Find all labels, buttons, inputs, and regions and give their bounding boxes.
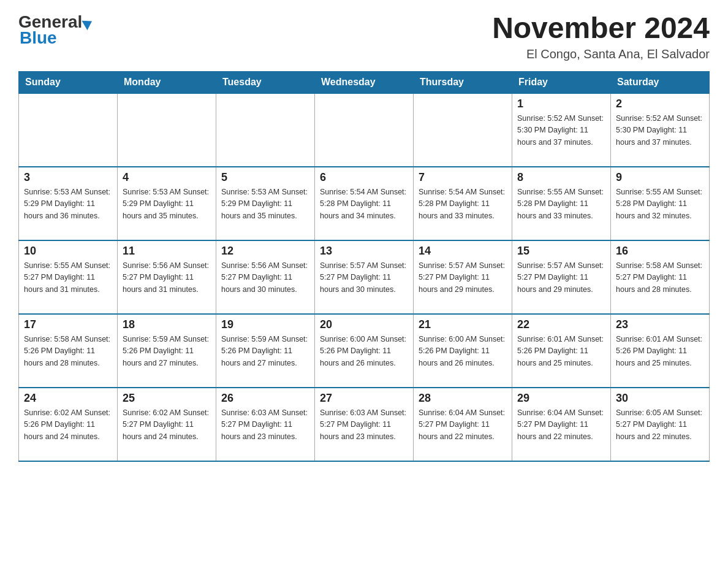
calendar-cell xyxy=(19,93,118,167)
day-number: 11 xyxy=(123,245,211,258)
calendar-cell: 1Sunrise: 5:52 AM Sunset: 5:30 PM Daylig… xyxy=(512,93,611,167)
calendar-cell: 21Sunrise: 6:00 AM Sunset: 5:26 PM Dayli… xyxy=(414,314,512,388)
day-number: 22 xyxy=(517,318,605,331)
calendar-cell: 19Sunrise: 5:59 AM Sunset: 5:26 PM Dayli… xyxy=(216,314,315,388)
day-number: 19 xyxy=(221,318,309,331)
day-info: Sunrise: 5:54 AM Sunset: 5:28 PM Dayligh… xyxy=(419,186,507,222)
day-info: Sunrise: 5:53 AM Sunset: 5:29 PM Dayligh… xyxy=(221,186,309,222)
calendar-cell: 29Sunrise: 6:04 AM Sunset: 5:27 PM Dayli… xyxy=(512,388,611,461)
calendar-cell: 11Sunrise: 5:56 AM Sunset: 5:27 PM Dayli… xyxy=(118,240,216,314)
day-info: Sunrise: 5:55 AM Sunset: 5:28 PM Dayligh… xyxy=(616,186,704,222)
day-info: Sunrise: 5:56 AM Sunset: 5:27 PM Dayligh… xyxy=(123,260,211,296)
day-number: 15 xyxy=(517,245,605,258)
day-info: Sunrise: 6:02 AM Sunset: 5:27 PM Dayligh… xyxy=(123,407,211,443)
day-info: Sunrise: 5:57 AM Sunset: 5:27 PM Dayligh… xyxy=(320,260,408,296)
calendar-cell: 4Sunrise: 5:53 AM Sunset: 5:29 PM Daylig… xyxy=(118,167,216,240)
calendar-cell xyxy=(216,93,315,167)
day-info: Sunrise: 5:53 AM Sunset: 5:29 PM Dayligh… xyxy=(24,186,112,222)
week-row-5: 24Sunrise: 6:02 AM Sunset: 5:26 PM Dayli… xyxy=(19,388,710,461)
day-info: Sunrise: 5:58 AM Sunset: 5:26 PM Dayligh… xyxy=(24,334,112,369)
day-info: Sunrise: 6:03 AM Sunset: 5:27 PM Dayligh… xyxy=(221,407,309,443)
calendar-cell: 23Sunrise: 6:01 AM Sunset: 5:26 PM Dayli… xyxy=(611,314,710,388)
day-info: Sunrise: 5:57 AM Sunset: 5:27 PM Dayligh… xyxy=(517,260,605,296)
week-row-1: 1Sunrise: 5:52 AM Sunset: 5:30 PM Daylig… xyxy=(19,93,710,167)
day-info: Sunrise: 5:52 AM Sunset: 5:30 PM Dayligh… xyxy=(616,113,704,148)
day-number: 9 xyxy=(616,171,704,184)
column-header-tuesday: Tuesday xyxy=(216,71,315,93)
day-info: Sunrise: 6:05 AM Sunset: 5:27 PM Dayligh… xyxy=(616,407,704,443)
calendar-cell: 15Sunrise: 5:57 AM Sunset: 5:27 PM Dayli… xyxy=(512,240,611,314)
day-number: 16 xyxy=(616,245,704,258)
day-number: 7 xyxy=(419,171,507,184)
day-info: Sunrise: 5:56 AM Sunset: 5:27 PM Dayligh… xyxy=(221,260,309,296)
day-number: 2 xyxy=(616,98,704,110)
calendar-cell: 2Sunrise: 5:52 AM Sunset: 5:30 PM Daylig… xyxy=(611,93,710,167)
column-header-friday: Friday xyxy=(512,71,611,93)
day-info: Sunrise: 5:57 AM Sunset: 5:27 PM Dayligh… xyxy=(419,260,507,296)
day-number: 10 xyxy=(24,245,112,258)
calendar-cell: 22Sunrise: 6:01 AM Sunset: 5:26 PM Dayli… xyxy=(512,314,611,388)
calendar-cell: 24Sunrise: 6:02 AM Sunset: 5:26 PM Dayli… xyxy=(19,388,118,461)
week-row-3: 10Sunrise: 5:55 AM Sunset: 5:27 PM Dayli… xyxy=(19,240,710,314)
calendar-cell: 30Sunrise: 6:05 AM Sunset: 5:27 PM Dayli… xyxy=(611,388,710,461)
calendar-cell: 14Sunrise: 5:57 AM Sunset: 5:27 PM Dayli… xyxy=(414,240,512,314)
column-header-thursday: Thursday xyxy=(414,71,512,93)
day-info: Sunrise: 6:00 AM Sunset: 5:26 PM Dayligh… xyxy=(419,334,507,369)
logo: General Blue xyxy=(18,12,93,48)
day-number: 5 xyxy=(221,171,309,184)
calendar-table: SundayMondayTuesdayWednesdayThursdayFrid… xyxy=(18,71,710,462)
calendar-cell xyxy=(414,93,512,167)
day-info: Sunrise: 6:03 AM Sunset: 5:27 PM Dayligh… xyxy=(320,407,408,443)
calendar-cell: 18Sunrise: 5:59 AM Sunset: 5:26 PM Dayli… xyxy=(118,314,216,388)
day-number: 14 xyxy=(419,245,507,258)
title-area: November 2024 El Congo, Santa Ana, El Sa… xyxy=(492,12,710,61)
calendar-cell xyxy=(315,93,414,167)
calendar-cell: 7Sunrise: 5:54 AM Sunset: 5:28 PM Daylig… xyxy=(414,167,512,240)
day-info: Sunrise: 6:04 AM Sunset: 5:27 PM Dayligh… xyxy=(517,407,605,443)
calendar-cell: 28Sunrise: 6:04 AM Sunset: 5:27 PM Dayli… xyxy=(414,388,512,461)
day-info: Sunrise: 5:55 AM Sunset: 5:28 PM Dayligh… xyxy=(517,186,605,222)
day-info: Sunrise: 5:55 AM Sunset: 5:27 PM Dayligh… xyxy=(24,260,112,296)
calendar-cell: 26Sunrise: 6:03 AM Sunset: 5:27 PM Dayli… xyxy=(216,388,315,461)
day-info: Sunrise: 6:02 AM Sunset: 5:26 PM Dayligh… xyxy=(24,407,112,443)
day-number: 3 xyxy=(24,171,112,184)
calendar-cell: 6Sunrise: 5:54 AM Sunset: 5:28 PM Daylig… xyxy=(315,167,414,240)
calendar-cell: 17Sunrise: 5:58 AM Sunset: 5:26 PM Dayli… xyxy=(19,314,118,388)
week-row-4: 17Sunrise: 5:58 AM Sunset: 5:26 PM Dayli… xyxy=(19,314,710,388)
column-header-wednesday: Wednesday xyxy=(315,71,414,93)
day-number: 28 xyxy=(419,392,507,405)
day-info: Sunrise: 5:54 AM Sunset: 5:28 PM Dayligh… xyxy=(320,186,408,222)
calendar-cell: 8Sunrise: 5:55 AM Sunset: 5:28 PM Daylig… xyxy=(512,167,611,240)
calendar-cell: 12Sunrise: 5:56 AM Sunset: 5:27 PM Dayli… xyxy=(216,240,315,314)
column-header-sunday: Sunday xyxy=(19,71,118,93)
day-info: Sunrise: 6:04 AM Sunset: 5:27 PM Dayligh… xyxy=(419,407,507,443)
day-info: Sunrise: 5:58 AM Sunset: 5:27 PM Dayligh… xyxy=(616,260,704,296)
day-number: 8 xyxy=(517,171,605,184)
day-number: 29 xyxy=(517,392,605,405)
page-header: General Blue November 2024 El Congo, San… xyxy=(18,12,710,61)
day-number: 26 xyxy=(221,392,309,405)
day-number: 17 xyxy=(24,318,112,331)
week-row-2: 3Sunrise: 5:53 AM Sunset: 5:29 PM Daylig… xyxy=(19,167,710,240)
calendar-cell: 20Sunrise: 6:00 AM Sunset: 5:26 PM Dayli… xyxy=(315,314,414,388)
day-number: 23 xyxy=(616,318,704,331)
column-header-saturday: Saturday xyxy=(611,71,710,93)
day-number: 4 xyxy=(123,171,211,184)
calendar-cell xyxy=(118,93,216,167)
calendar-cell: 10Sunrise: 5:55 AM Sunset: 5:27 PM Dayli… xyxy=(19,240,118,314)
calendar-cell: 16Sunrise: 5:58 AM Sunset: 5:27 PM Dayli… xyxy=(611,240,710,314)
day-info: Sunrise: 6:01 AM Sunset: 5:26 PM Dayligh… xyxy=(616,334,704,369)
calendar-cell: 9Sunrise: 5:55 AM Sunset: 5:28 PM Daylig… xyxy=(611,167,710,240)
calendar-cell: 27Sunrise: 6:03 AM Sunset: 5:27 PM Dayli… xyxy=(315,388,414,461)
day-info: Sunrise: 5:52 AM Sunset: 5:30 PM Dayligh… xyxy=(517,113,605,148)
location-subtitle: El Congo, Santa Ana, El Salvador xyxy=(492,47,710,61)
logo-blue-text: Blue xyxy=(18,28,93,48)
day-number: 13 xyxy=(320,245,408,258)
calendar-cell: 3Sunrise: 5:53 AM Sunset: 5:29 PM Daylig… xyxy=(19,167,118,240)
day-number: 25 xyxy=(123,392,211,405)
day-info: Sunrise: 5:59 AM Sunset: 5:26 PM Dayligh… xyxy=(221,334,309,369)
calendar-header-row: SundayMondayTuesdayWednesdayThursdayFrid… xyxy=(19,71,710,93)
day-number: 21 xyxy=(419,318,507,331)
column-header-monday: Monday xyxy=(118,71,216,93)
day-number: 24 xyxy=(24,392,112,405)
